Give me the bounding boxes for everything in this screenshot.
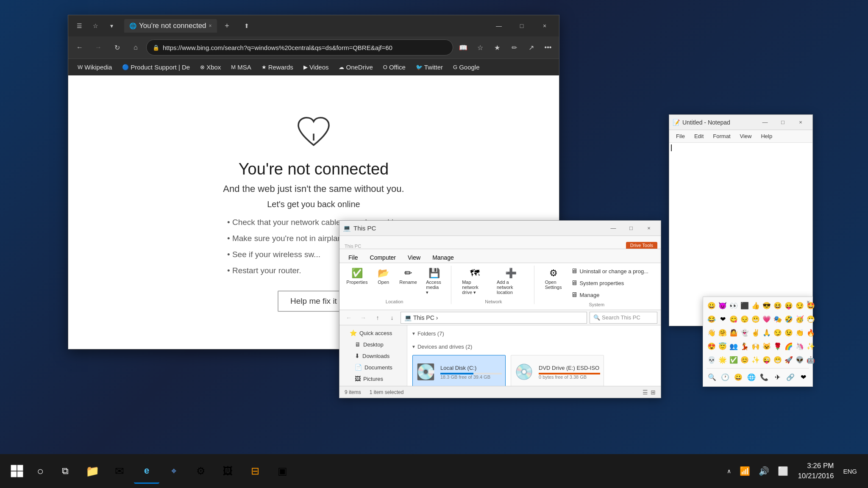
emoji-footer-plane[interactable]: ✈ — [772, 371, 783, 383]
emoji-alien[interactable]: 👽 — [795, 355, 805, 365]
browser-address-bar[interactable]: 🔒 https://www.bing.com/search?q=windows%… — [146, 39, 453, 55]
emoji-laughing[interactable]: 😆 — [773, 300, 783, 311]
browser-expand-btn[interactable]: ⬆ — [239, 18, 254, 33]
emoji-robot[interactable]: 🤖 — [806, 355, 816, 365]
taskbar-action-center[interactable]: ⬜ — [775, 464, 791, 478]
ribbon-manage-btn[interactable]: 🖥 Manage — [567, 289, 652, 300]
emoji-smiling-devil[interactable]: 😈 — [718, 300, 728, 311]
bookmark-product-support[interactable]: 🔵 Product Support | De — [118, 62, 194, 72]
emoji-sparkle[interactable]: ✨ — [751, 355, 761, 365]
browser-minimize-btn[interactable]: — — [488, 18, 510, 33]
emoji-peace[interactable]: ✌ — [751, 327, 761, 338]
taskbar-settings[interactable]: ⚙ — [188, 458, 214, 484]
browser-tab-active[interactable]: 🌐 You're not connected × — [124, 19, 217, 33]
tab-close-btn[interactable]: × — [209, 23, 212, 29]
fe-tiles-view-btn[interactable]: ⊞ — [651, 389, 656, 396]
fe-path-bar[interactable]: 💻 This PC › — [401, 312, 587, 324]
emoji-wave[interactable]: 👋 — [707, 327, 717, 338]
emoji-mask[interactable]: 😷 — [806, 314, 816, 324]
taskbar-clock[interactable]: 3:26 PM 10/21/2016 — [794, 459, 837, 483]
browser-home-btn[interactable]: ⌂ — [128, 39, 144, 55]
emoji-grinning[interactable]: 😀 — [707, 300, 717, 311]
np-menu-view[interactable]: View — [736, 131, 756, 141]
emoji-rofl[interactable]: 🤣 — [784, 314, 794, 324]
ribbon-properties-btn[interactable]: ✅ Properties — [343, 266, 371, 297]
emoji-star[interactable]: 🌟 — [718, 355, 728, 365]
ribbon-open-btn[interactable]: 📂 Open — [373, 266, 394, 297]
fe-sidebar-pictures[interactable]: 🖼 Pictures — [341, 373, 405, 384]
emoji-stuck-out[interactable]: 😜 — [762, 355, 772, 365]
bookmark-office[interactable]: O Office — [379, 62, 410, 72]
ribbon-add-network-btn[interactable]: ➕ Add a networklocation — [493, 266, 529, 297]
fe-search-box[interactable]: 🔍 Search This PC — [590, 312, 657, 324]
emoji-close-btn[interactable]: × — [807, 299, 810, 305]
np-menu-help[interactable]: Help — [757, 131, 776, 141]
taskbar-language[interactable]: ENG — [840, 466, 860, 477]
browser-forward-btn[interactable]: → — [90, 39, 106, 55]
fe-sidebar-quick-access[interactable]: ⭐ Quick access — [341, 327, 405, 338]
emoji-skull[interactable]: 💀 — [707, 355, 717, 365]
emoji-grimacing[interactable]: 😬 — [751, 314, 761, 324]
emoji-footer-link[interactable]: 🔗 — [785, 371, 796, 383]
fe-maximize-btn[interactable]: □ — [623, 222, 640, 234]
fe-forward-btn[interactable]: → — [357, 312, 369, 324]
fe-close-btn[interactable]: × — [640, 222, 657, 234]
fe-tab-drive-tools[interactable]: Drive Tools — [626, 242, 657, 249]
bookmark-rewards[interactable]: ★ Rewards — [257, 62, 298, 72]
emoji-fire[interactable]: 🔥 — [806, 327, 816, 338]
browser-refresh-btn[interactable]: ↻ — [109, 39, 125, 55]
bookmark-videos[interactable]: ▶ Videos — [299, 62, 333, 72]
browser-back-btn[interactable]: ← — [72, 39, 88, 55]
emoji-clap[interactable]: 👏 — [795, 327, 805, 338]
search-button[interactable]: ○ — [30, 458, 51, 484]
start-button[interactable] — [4, 458, 30, 484]
emoji-footer-recent[interactable]: 🕐 — [720, 371, 731, 383]
emoji-eyes[interactable]: 👀 — [729, 300, 739, 311]
drive-item-c[interactable]: 💽 Local Disk (C:) 18.3 GB free of 39.4 G… — [412, 355, 506, 386]
web-notes-btn[interactable]: ✏ — [506, 40, 522, 55]
emoji-heart2[interactable]: 💗 — [762, 314, 772, 324]
bookmark-twitter[interactable]: 🐦 Twitter — [412, 62, 447, 72]
fe-tab-manage[interactable]: Manage — [427, 252, 459, 263]
share-btn[interactable]: ↗ — [523, 40, 539, 55]
np-menu-edit[interactable]: Edit — [690, 131, 708, 141]
emoji-beam[interactable]: 😁 — [773, 355, 783, 365]
drive-item-e[interactable]: 💿 DVD Drive (E:) ESD-ISO 0 bytes free of… — [511, 355, 604, 386]
np-minimize-btn[interactable]: — — [757, 116, 773, 128]
emoji-footer-phone[interactable]: 📞 — [759, 371, 770, 383]
favorites-hub-btn[interactable]: ★ — [490, 40, 505, 55]
ribbon-map-drive-btn[interactable]: 🗺 Map networkdrive ▾ — [458, 266, 491, 297]
emoji-smirk[interactable]: 😏 — [773, 327, 783, 338]
np-close-btn[interactable]: × — [792, 116, 809, 128]
ribbon-open-settings-btn[interactable]: ⚙ OpenSettings — [541, 266, 566, 300]
emoji-rose[interactable]: 🌹 — [773, 341, 783, 351]
emoji-shrug[interactable]: 🤷 — [729, 327, 739, 338]
taskbar-file-explorer[interactable]: 📁 — [80, 458, 105, 484]
emoji-sunglasses[interactable]: 😎 — [762, 300, 772, 311]
np-menu-file[interactable]: File — [672, 131, 689, 141]
bookmark-onedrive[interactable]: ☁ OneDrive — [334, 62, 377, 72]
bookmark-xbox[interactable]: ⊗ Xbox — [196, 62, 225, 72]
fe-tab-view[interactable]: View — [402, 252, 426, 263]
favorites-btn[interactable]: ☆ — [473, 40, 488, 55]
emoji-cat[interactable]: 😺 — [762, 341, 772, 351]
fe-sidebar-desktop[interactable]: 🖥 Desktop — [341, 339, 405, 350]
emoji-black-square[interactable]: ⬛ — [740, 300, 750, 311]
taskbar-ie[interactable]: ⌖ — [161, 458, 186, 484]
fe-back-btn[interactable]: ← — [343, 312, 355, 324]
fe-sidebar-documents[interactable]: 📄 Documents — [341, 362, 405, 373]
fe-minimize-btn[interactable]: — — [605, 222, 622, 234]
ribbon-rename-btn[interactable]: ✏ Rename — [396, 266, 420, 297]
browser-back-hist-btn[interactable]: ▾ — [104, 18, 119, 33]
fe-tab-computer[interactable]: Computer — [364, 252, 401, 263]
taskview-btn[interactable]: ⧉ — [53, 458, 78, 484]
emoji-placeholder2[interactable]: 😏 — [795, 300, 805, 311]
bookmark-msa[interactable]: M MSA — [227, 62, 255, 72]
emoji-sparkles[interactable]: ✨ — [806, 341, 816, 351]
taskbar-network[interactable]: 📶 — [737, 464, 753, 478]
emoji-thumbsup[interactable]: 👍 — [751, 300, 761, 311]
emoji-unicorn[interactable]: 🦄 — [795, 341, 805, 351]
browser-close-btn[interactable]: × — [534, 18, 556, 33]
emoji-people[interactable]: 👥 — [729, 341, 739, 351]
emoji-footer-heart[interactable]: ❤ — [798, 371, 809, 383]
